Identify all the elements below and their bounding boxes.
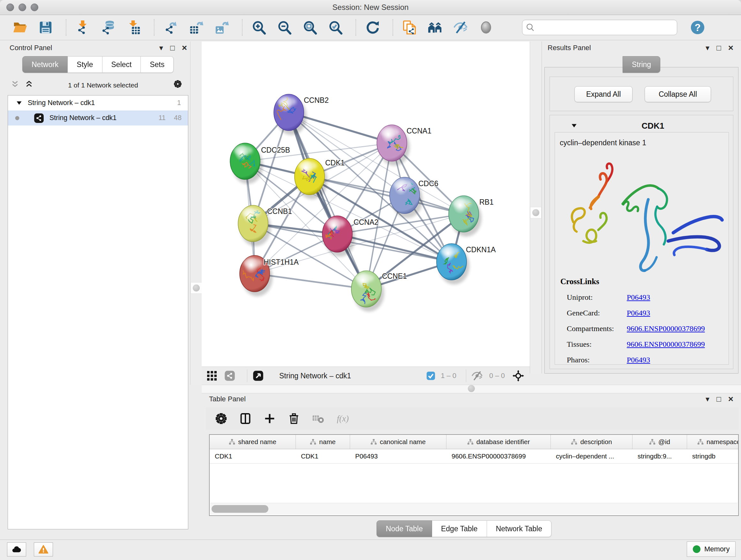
cell-namespace[interactable]: stringdb (687, 449, 739, 463)
collapse-panel-icon[interactable]: ▾ (159, 44, 163, 52)
tab-network[interactable]: Network (22, 56, 68, 73)
float-panel-icon[interactable]: □ (717, 44, 721, 52)
crosslink-value-link[interactable]: P06493 (627, 293, 650, 302)
float-panel-icon[interactable]: □ (170, 44, 175, 52)
import-database-icon[interactable] (100, 19, 116, 36)
import-network-icon[interactable] (75, 19, 91, 36)
crosslink-value-link[interactable]: 9606.ENSP00000378699 (627, 324, 705, 333)
grid-view-icon[interactable] (206, 369, 219, 382)
import-table-icon[interactable] (126, 19, 142, 36)
crosshair-icon[interactable] (513, 369, 525, 382)
cell-database-identifier[interactable]: 9606.ENSP00000378699 (447, 449, 551, 463)
close-panel-icon[interactable]: × (182, 44, 187, 52)
network-canvas[interactable]: CCNB2CCNA1CDC25BCDK1CDC6RB1CCNB1CCNA2CDK… (202, 42, 530, 367)
node-CCNB2[interactable] (274, 89, 304, 131)
export-image-icon[interactable] (214, 19, 230, 36)
node-CDC6[interactable] (390, 177, 420, 213)
export-network-icon[interactable] (163, 19, 179, 36)
table-hscroll-thumb[interactable] (212, 505, 268, 513)
column-header-description[interactable]: description (551, 435, 632, 449)
tree-row-network[interactable]: String Network – cdk1 11 48 (8, 111, 188, 125)
zoom-out-icon[interactable] (276, 19, 292, 36)
splitter-handle-left[interactable] (191, 282, 202, 294)
column-header--id[interactable]: @id (632, 435, 687, 449)
right-splitter[interactable] (530, 42, 542, 374)
tree-row-collection[interactable]: String Network – cdk1 1 (8, 96, 188, 111)
show-all-icon[interactable] (478, 19, 494, 36)
zoom-fit-icon[interactable] (302, 19, 318, 36)
node-CDKN1A[interactable] (436, 244, 467, 280)
crosslink-value-link[interactable]: P06493 (627, 309, 650, 317)
tab-string[interactable]: String (623, 56, 660, 73)
edge-CCNB2-CCNE1[interactable] (289, 112, 366, 289)
add-icon[interactable] (263, 412, 277, 426)
search-box[interactable] (522, 20, 677, 35)
trash-icon[interactable] (287, 412, 301, 426)
apply-layout-icon[interactable] (364, 19, 381, 36)
birdseye-icon[interactable] (253, 369, 265, 382)
collapse-panel-icon[interactable]: ▾ (705, 395, 710, 403)
crosslink-value-link[interactable]: P06493 (627, 356, 650, 364)
cell-description[interactable]: cyclin–dependent ... (551, 449, 632, 463)
column-header-name[interactable]: name (296, 435, 350, 449)
tab-network-table[interactable]: Network Table (487, 520, 551, 537)
column-header-namespace[interactable]: namespace (687, 435, 739, 449)
home-icon[interactable] (427, 19, 443, 36)
crosslink-value-link[interactable]: 9606.ENSP00000378699 (627, 340, 705, 349)
gear-icon[interactable] (214, 412, 228, 426)
table-header-row: shared namenamecanonical namedatabase id… (210, 435, 738, 449)
cell-shared-name[interactable]: CDK1 (210, 449, 296, 463)
search-input[interactable] (538, 21, 673, 34)
gear-icon[interactable] (174, 80, 185, 91)
node-CCNE1[interactable] (351, 271, 381, 307)
section-expander-icon[interactable] (570, 122, 578, 130)
column-header-shared-name[interactable]: shared name (210, 435, 296, 449)
close-panel-icon[interactable]: × (728, 395, 733, 403)
node-CCNA1[interactable] (377, 125, 407, 161)
node-CCNB1[interactable] (238, 205, 268, 242)
expand-all-button[interactable]: Expand All (575, 86, 632, 102)
zoom-selected-icon[interactable] (327, 19, 343, 36)
float-panel-icon[interactable]: □ (717, 395, 721, 403)
left-splitter[interactable] (190, 42, 202, 385)
collapse-all-button[interactable]: Collapse All (645, 86, 711, 102)
columns-icon[interactable] (239, 412, 253, 426)
splitter-handle-bottom[interactable] (466, 383, 477, 394)
tree-expander-icon[interactable] (15, 99, 23, 107)
zoom-in-icon[interactable] (251, 19, 267, 36)
node-CDK1[interactable] (294, 159, 325, 195)
cell-name[interactable]: CDK1 (296, 449, 350, 463)
node-CCNA2[interactable] (322, 216, 352, 252)
warning-button[interactable] (34, 543, 53, 557)
collapse-all-icon[interactable] (11, 80, 22, 91)
table-row[interactable]: CDK1CDK1P064939606.ENSP00000378699cyclin… (210, 449, 738, 463)
close-panel-icon[interactable]: × (728, 44, 733, 52)
column-header-canonical-name[interactable]: canonical name (350, 435, 447, 449)
tab-style[interactable]: Style (68, 56, 102, 73)
cell-canonical-name[interactable]: P06493 (350, 449, 447, 463)
clone-network-icon[interactable] (401, 19, 417, 36)
tab-edge-table[interactable]: Edge Table (432, 520, 487, 537)
bottom-splitter[interactable] (202, 385, 741, 393)
collapse-panel-icon[interactable]: ▾ (705, 44, 710, 52)
help-icon[interactable]: ? (690, 20, 705, 35)
share-view-icon[interactable] (224, 369, 237, 382)
export-table-icon[interactable] (188, 19, 204, 36)
memory-button[interactable]: Memory (687, 542, 736, 557)
tab-sets[interactable]: Sets (141, 56, 174, 73)
column-header-database-identifier[interactable]: database identifier (447, 435, 551, 449)
cloud-button[interactable] (7, 543, 26, 557)
table-hscroll-track[interactable] (210, 503, 738, 515)
node-table: shared namenamecanonical namedatabase id… (209, 434, 739, 516)
splitter-handle-right[interactable] (530, 207, 542, 219)
selected-checkbox-icon[interactable] (426, 369, 435, 382)
node-CDC25B[interactable] (230, 143, 260, 179)
save-session-icon[interactable] (38, 19, 54, 36)
tab-node-table[interactable]: Node Table (377, 520, 432, 537)
open-session-icon[interactable] (12, 19, 28, 36)
cell--id[interactable]: stringdb:9... (632, 449, 687, 463)
hide-selected-icon[interactable] (453, 19, 468, 36)
expand-all-icon[interactable] (25, 80, 36, 91)
node-RB1[interactable] (449, 196, 479, 232)
tab-select[interactable]: Select (103, 56, 141, 73)
